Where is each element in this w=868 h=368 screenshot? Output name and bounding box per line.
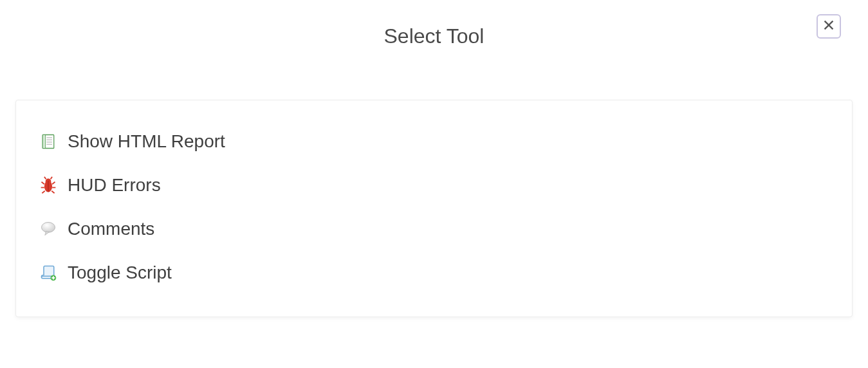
bug-icon [38, 175, 59, 196]
tool-item-comments[interactable]: Comments [38, 207, 830, 251]
svg-line-15 [51, 191, 54, 194]
svg-point-19 [42, 223, 55, 233]
close-icon [822, 18, 836, 35]
tool-list-panel: Show HTML Report HUD Errors [15, 100, 853, 317]
tool-item-label: HUD Errors [68, 176, 161, 194]
tool-item-toggle-script[interactable]: Toggle Script [38, 251, 830, 295]
svg-line-14 [42, 191, 44, 194]
tool-item-label: Toggle Script [68, 264, 172, 282]
tool-item-label: Show HTML Report [68, 133, 225, 151]
tool-item-label: Comments [68, 220, 154, 238]
svg-line-16 [44, 177, 46, 179]
dialog-title: Select Tool [0, 0, 868, 61]
notepad-icon [38, 131, 59, 152]
tool-item-hud-errors[interactable]: HUD Errors [38, 163, 830, 207]
script-icon [38, 262, 59, 283]
select-tool-dialog: Select Tool Show HTML Report [0, 0, 868, 317]
tool-item-show-html-report[interactable]: Show HTML Report [38, 120, 830, 163]
svg-line-11 [52, 182, 55, 185]
svg-line-17 [51, 177, 53, 179]
comment-icon [38, 219, 59, 239]
close-button[interactable] [817, 14, 841, 39]
svg-rect-3 [42, 135, 45, 149]
svg-line-10 [42, 182, 44, 185]
